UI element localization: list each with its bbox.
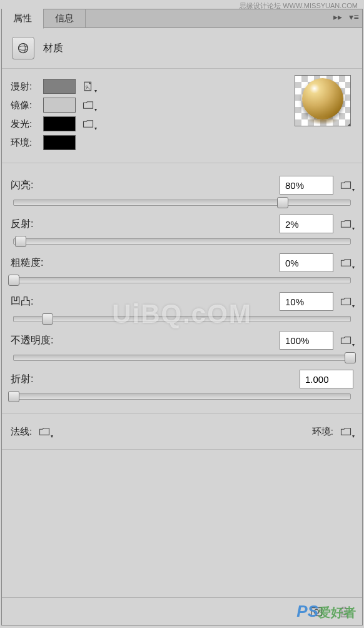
env-folder-button[interactable]: ▾ [338,425,353,438]
glow-swatch[interactable] [43,116,76,131]
shine-thumb[interactable] [277,197,288,208]
roughness-input[interactable] [280,253,333,272]
tab-properties[interactable]: 属性 [2,9,44,29]
panel-menu-icon[interactable]: ▾≡ [348,12,360,23]
normal-label: 法线: [11,426,32,438]
preview-sphere [302,78,343,119]
mirror-label: 镜像: [11,99,38,111]
shine-input[interactable] [280,176,333,195]
bump-thumb[interactable] [42,313,53,325]
glow-label: 发光: [11,118,38,130]
shine-slider[interactable] [13,200,351,206]
reflection-group: 反射: ▾ [11,215,353,245]
properties-panel: 属性 信息 ▸▸ ▾≡ 材质 漫射: ▾ 镜像: ▾ [1,9,363,625]
tab-info[interactable]: 信息 [44,9,86,28]
bump-label: 凹凸: [11,295,275,308]
material-preview[interactable] [295,75,351,126]
bump-group: 凹凸: ▾ [11,292,353,322]
opacity-input[interactable] [280,331,333,350]
color-section: 漫射: ▾ 镜像: ▾ 发光: ▾ 环境: [2,69,362,163]
opacity-thumb[interactable] [345,352,356,363]
reflection-label: 反射: [11,218,275,231]
sphere-icon [17,42,29,54]
normal-env-section: 法线: ▾ 环境: ▾ [2,414,362,450]
material-label: 材质 [43,42,63,55]
roughness-label: 粗糙度: [11,256,275,270]
bump-slider[interactable] [13,316,351,322]
glow-folder-button[interactable]: ▾ [81,118,96,130]
sliders-section: 闪亮: ▾ 反射: ▾ 粗糙度: ▾ 凹凸: [2,163,362,414]
refraction-label: 折射: [11,373,295,386]
shine-folder-button[interactable]: ▾ [338,179,353,191]
diffuse-label: 漫射: [11,81,38,93]
tab-bar: 属性 信息 ▸▸ ▾≡ [2,9,362,28]
normal-folder-button[interactable]: ▾ [37,425,52,438]
env-label: 环境: [11,137,38,149]
refraction-input[interactable] [300,370,353,388]
render-settings-icon[interactable] [310,605,323,619]
mirror-swatch[interactable] [43,98,76,113]
roughness-thumb[interactable] [8,275,19,286]
refraction-thumb[interactable] [8,391,19,402]
svg-point-1 [19,46,28,51]
reflection-folder-button[interactable]: ▾ [338,218,353,230]
preview-menu-corner[interactable] [346,122,351,126]
bump-input[interactable] [280,292,333,311]
roughness-group: 粗糙度: ▾ [11,253,353,283]
diffuse-texture-button[interactable]: ▾ [81,80,96,93]
env2-label: 环境: [312,426,333,438]
roughness-folder-button[interactable]: ▾ [338,256,353,269]
watermark-top: 思缘设计论坛 WWW.MISSYUAN.COM [240,1,358,11]
panel-footer: PS爱好者 [2,597,362,625]
roughness-slider[interactable] [13,277,351,283]
opacity-label: 不透明度: [11,334,275,347]
shine-group: 闪亮: ▾ [11,176,353,206]
bump-folder-button[interactable]: ▾ [338,295,353,308]
material-header: 材质 [2,28,362,69]
refraction-slider[interactable] [13,393,351,400]
svg-rect-4 [311,607,322,615]
opacity-folder-button[interactable]: ▾ [338,334,353,347]
reflection-input[interactable] [280,215,333,233]
shine-label: 闪亮: [11,179,275,192]
svg-point-5 [314,609,318,614]
collapse-icon[interactable]: ▸▸ [332,12,343,23]
env-swatch[interactable] [43,135,76,150]
mirror-folder-button[interactable]: ▾ [81,99,96,111]
opacity-slider[interactable] [13,355,351,361]
diffuse-swatch[interactable] [43,79,76,94]
trash-icon[interactable] [337,605,351,619]
svg-point-0 [19,44,28,53]
preview-reflection [307,116,338,124]
reflection-slider[interactable] [13,238,351,245]
opacity-group: 不透明度: ▾ [11,331,353,361]
reflection-thumb[interactable] [15,236,26,247]
refraction-group: 折射: [11,370,353,400]
material-type-button[interactable] [12,37,34,59]
